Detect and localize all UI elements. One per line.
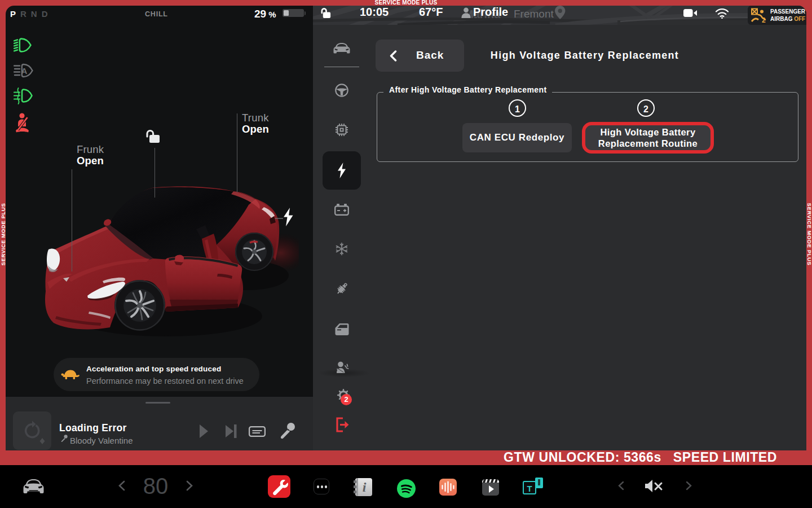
svg-text:2: 2 [762, 16, 766, 23]
svg-text:Fremont: Fremont [514, 8, 554, 20]
svg-text:A: A [21, 66, 28, 76]
